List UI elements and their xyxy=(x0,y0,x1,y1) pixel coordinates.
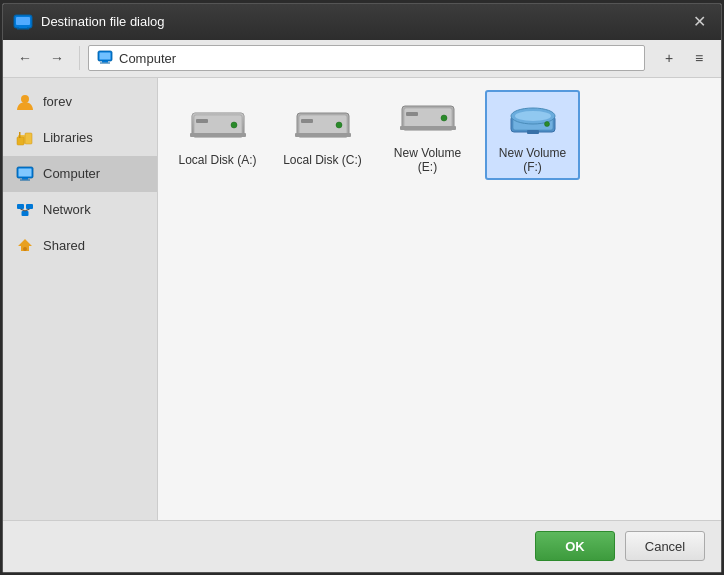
svg-rect-5 xyxy=(100,52,111,59)
app-icon xyxy=(13,12,33,32)
toolbar: ← → Computer + ≡ xyxy=(3,40,721,78)
drive-icon-a xyxy=(188,103,248,147)
sidebar-item-network[interactable]: Network xyxy=(3,192,157,228)
sidebar-label-network: Network xyxy=(43,202,91,217)
svg-point-22 xyxy=(23,247,27,251)
footer: OK Cancel xyxy=(3,520,721,572)
sidebar-item-forev[interactable]: forev xyxy=(3,84,157,120)
svg-rect-26 xyxy=(196,119,208,123)
ok-button[interactable]: OK xyxy=(535,531,615,561)
sidebar-item-shared[interactable]: Shared xyxy=(3,228,157,264)
svg-line-21 xyxy=(25,209,30,211)
drive-item-e[interactable]: New Volume (E:) xyxy=(380,90,475,180)
svg-rect-12 xyxy=(19,132,21,138)
svg-line-20 xyxy=(21,209,26,211)
svg-rect-7 xyxy=(100,62,110,63)
sidebar-label-computer: Computer xyxy=(43,166,100,181)
titlebar: Destination file dialog ✕ xyxy=(3,4,721,40)
drive-item-c[interactable]: Local Disk (C:) xyxy=(275,90,370,180)
drive-icon-e xyxy=(398,96,458,140)
sidebar-item-libraries[interactable]: Libraries xyxy=(3,120,157,156)
drive-icon-c xyxy=(293,103,353,147)
user-icon xyxy=(15,93,35,111)
sidebar-label-shared: Shared xyxy=(43,238,85,253)
drive-item-f[interactable]: New Volume (F:) xyxy=(485,90,580,180)
svg-rect-38 xyxy=(400,126,456,130)
svg-rect-44 xyxy=(527,130,539,134)
computer-icon xyxy=(97,49,113,68)
sidebar-label-forev: forev xyxy=(43,94,72,109)
svg-rect-19 xyxy=(22,211,29,216)
drive-label-f: New Volume (F:) xyxy=(493,146,572,174)
computer-small-icon xyxy=(15,165,35,183)
drive-label-a: Local Disk (A:) xyxy=(178,153,256,167)
svg-rect-18 xyxy=(26,204,33,209)
sidebar-label-libraries: Libraries xyxy=(43,130,93,145)
svg-rect-33 xyxy=(295,133,351,137)
svg-point-27 xyxy=(231,122,237,128)
svg-rect-2 xyxy=(19,26,27,28)
content-area: Local Disk (A:) Local Disk (C:) xyxy=(158,78,721,520)
svg-rect-15 xyxy=(22,178,28,180)
svg-rect-1 xyxy=(16,17,30,25)
address-text: Computer xyxy=(119,51,176,66)
toolbar-separator xyxy=(79,46,80,70)
svg-point-43 xyxy=(544,121,549,126)
svg-point-8 xyxy=(21,95,29,103)
address-bar[interactable]: Computer xyxy=(88,45,645,71)
svg-rect-28 xyxy=(190,133,246,137)
cancel-button[interactable]: Cancel xyxy=(625,531,705,561)
main-area: forev Libraries xyxy=(3,78,721,520)
network-icon xyxy=(15,201,35,219)
sidebar-item-computer[interactable]: Computer xyxy=(3,156,157,192)
dialog: Destination file dialog ✕ ← → Computer +… xyxy=(2,3,722,573)
new-folder-button[interactable]: + xyxy=(655,45,683,71)
drive-item-a[interactable]: Local Disk (A:) xyxy=(170,90,265,180)
svg-rect-6 xyxy=(102,61,108,63)
dialog-title: Destination file dialog xyxy=(41,14,687,29)
svg-point-42 xyxy=(515,111,551,121)
toolbar-actions: + ≡ xyxy=(655,45,713,71)
svg-rect-36 xyxy=(406,112,418,116)
svg-rect-16 xyxy=(20,179,30,180)
library-icon xyxy=(15,129,35,147)
close-button[interactable]: ✕ xyxy=(687,10,711,34)
svg-rect-10 xyxy=(17,137,24,145)
svg-rect-31 xyxy=(301,119,313,123)
back-button[interactable]: ← xyxy=(11,45,39,71)
drive-label-e: New Volume (E:) xyxy=(388,146,467,174)
svg-point-32 xyxy=(336,122,342,128)
forward-button[interactable]: → xyxy=(43,45,71,71)
svg-rect-14 xyxy=(19,168,32,176)
shared-icon xyxy=(15,237,35,255)
svg-rect-11 xyxy=(25,133,32,144)
sidebar: forev Libraries xyxy=(3,78,158,520)
drive-icon-f xyxy=(503,96,563,140)
svg-rect-17 xyxy=(17,204,24,209)
drive-label-c: Local Disk (C:) xyxy=(283,153,362,167)
view-button[interactable]: ≡ xyxy=(685,45,713,71)
svg-point-37 xyxy=(441,115,447,121)
svg-rect-3 xyxy=(17,28,29,30)
